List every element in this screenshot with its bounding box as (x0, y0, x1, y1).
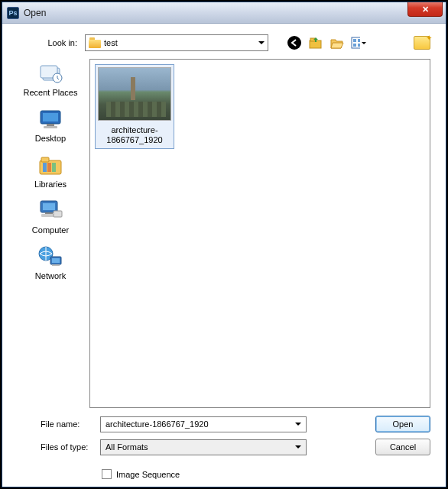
back-button[interactable] (287, 35, 302, 50)
place-libraries[interactable]: Libraries (18, 152, 83, 189)
svg-rect-24 (54, 211, 62, 217)
lookin-dropdown[interactable]: test (85, 34, 268, 51)
filename-input[interactable]: architecture-1866767_1920 (100, 416, 307, 432)
svg-rect-28 (52, 264, 60, 266)
file-name: architecture-1866767_1920 (98, 125, 171, 145)
image-sequence-checkbox[interactable] (102, 469, 112, 479)
folder-open-icon (330, 36, 345, 50)
filetype-row: Files of type: All Formats Cancel (18, 439, 430, 455)
place-label: Computer (32, 225, 69, 235)
svg-rect-18 (47, 163, 51, 172)
file-list[interactable]: architecture-1866767_1920 (89, 59, 430, 408)
place-desktop[interactable]: Desktop (18, 106, 83, 143)
back-icon (287, 35, 302, 50)
chevron-down-icon (295, 445, 301, 449)
main-area: Recent Places Desktop Libraries (18, 59, 430, 408)
svg-rect-14 (44, 126, 57, 128)
filetype-value: All Formats (106, 442, 148, 452)
thumbnail-icon (98, 67, 171, 121)
close-icon: ✕ (422, 5, 429, 15)
lookin-value: test (104, 38, 118, 47)
svg-rect-13 (47, 124, 54, 126)
photoshop-icon: Ps (7, 7, 19, 19)
place-network[interactable]: Network (18, 244, 83, 280)
filename-row: File name: architecture-1866767_1920 Ope… (18, 416, 430, 432)
file-item[interactable]: architecture-1866767_1920 (95, 64, 174, 149)
up-one-level-button[interactable] (308, 35, 323, 50)
lookin-label: Look in: (18, 38, 80, 47)
image-sequence-label: Image Sequence (116, 470, 180, 479)
place-recent[interactable]: Recent Places (18, 60, 83, 97)
view-icon (351, 37, 360, 49)
chevron-down-icon (362, 42, 366, 44)
svg-point-0 (287, 36, 301, 50)
svg-rect-19 (52, 163, 56, 172)
filetype-label: Files of type: (18, 442, 94, 452)
button-label: Cancel (390, 442, 416, 452)
svg-rect-7 (358, 44, 360, 47)
libraries-icon (37, 152, 64, 178)
svg-rect-5 (358, 39, 360, 42)
cancel-button[interactable]: Cancel (375, 439, 430, 455)
folder-icon (89, 37, 101, 48)
svg-rect-17 (43, 163, 47, 172)
new-folder-button[interactable] (414, 36, 430, 50)
svg-rect-16 (41, 157, 49, 162)
svg-rect-27 (52, 258, 60, 263)
svg-rect-6 (353, 44, 356, 47)
svg-rect-12 (43, 113, 58, 121)
place-label: Network (35, 271, 66, 280)
bottom-form: File name: architecture-1866767_1920 Ope… (18, 416, 430, 479)
filename-value: architecture-1866767_1920 (106, 419, 209, 429)
view-menu-button[interactable] (351, 35, 366, 50)
toolbar (287, 35, 366, 50)
places-bar: Recent Places Desktop Libraries (18, 59, 83, 408)
open-dialog: Ps Open ✕ Look in: test (2, 2, 446, 487)
svg-rect-4 (353, 39, 356, 42)
network-icon (37, 244, 64, 270)
chevron-down-icon (258, 41, 265, 44)
window-title: Open (24, 8, 46, 18)
svg-rect-21 (43, 203, 55, 210)
recent-folder-button[interactable] (330, 35, 345, 50)
chevron-down-icon (295, 423, 301, 426)
dialog-body: Look in: test (2, 24, 446, 487)
filename-label: File name: (18, 419, 94, 429)
svg-rect-22 (45, 212, 53, 214)
place-label: Recent Places (24, 88, 78, 97)
image-sequence-row: Image Sequence (18, 469, 430, 479)
titlebar: Ps Open ✕ (2, 2, 446, 24)
button-label: Open (393, 419, 414, 429)
place-label: Desktop (35, 134, 66, 143)
computer-icon (37, 198, 64, 224)
filetype-dropdown[interactable]: All Formats (100, 439, 307, 455)
place-label: Libraries (34, 180, 67, 189)
folder-up-icon (308, 35, 323, 50)
place-computer[interactable]: Computer (18, 198, 83, 235)
recent-places-icon (37, 60, 64, 86)
close-button[interactable]: ✕ (407, 2, 443, 17)
lookin-row: Look in: test (18, 34, 430, 51)
desktop-icon (37, 106, 64, 132)
open-button[interactable]: Open (375, 416, 430, 432)
